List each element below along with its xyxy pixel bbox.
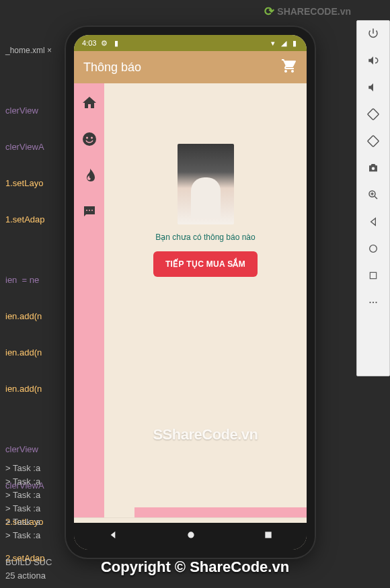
status-bar: 4:03 ⚙ ▮ ▾ ◢ ▮ [74, 35, 307, 51]
svg-point-31 [188, 532, 194, 538]
side-nav [74, 83, 104, 517]
watermark-inner: SShareCode.vn [153, 426, 258, 444]
android-back-button[interactable] [108, 530, 118, 543]
overview-square-icon[interactable] [363, 268, 383, 283]
continue-shopping-button[interactable]: TIẾP TỤC MUA SẮM [153, 251, 258, 277]
rotate-right-icon[interactable] [363, 134, 383, 149]
android-overview-button[interactable] [264, 530, 273, 542]
camera-icon[interactable] [363, 161, 383, 175]
battery-icon: ▮ [290, 39, 299, 47]
empty-state-text: Bạn chưa có thông báo nào [155, 233, 255, 242]
volume-up-icon[interactable] [363, 53, 383, 68]
svg-line-5 [375, 196, 377, 199]
svg-point-12 [375, 302, 377, 303]
cart-button[interactable] [281, 58, 297, 77]
app-bar: Thông báo [74, 51, 307, 83]
bottom-strip [134, 507, 307, 517]
sidebar-item-smile[interactable] [81, 130, 98, 148]
svg-point-11 [373, 302, 374, 303]
phone-screen: 4:03 ⚙ ▮ ▾ ◢ ▮ Thông báo [74, 35, 307, 550]
content-area: Bạn chưa có thông báo nào TIẾP TỤC MUA S… [74, 83, 307, 517]
sim-icon: ▮ [112, 39, 120, 47]
svg-point-10 [369, 302, 370, 303]
svg-point-17 [89, 210, 90, 211]
android-nav [74, 523, 307, 550]
status-time: 4:03 [82, 39, 96, 47]
sidebar-item-home[interactable] [81, 94, 98, 112]
phone-frame: 4:03 ⚙ ▮ ▾ ◢ ▮ Thông báo [66, 27, 315, 558]
volume-down-icon[interactable] [363, 80, 383, 95]
more-icon[interactable] [363, 295, 383, 310]
svg-point-16 [86, 210, 87, 211]
android-home-button[interactable] [186, 530, 196, 543]
zoom-icon[interactable] [363, 187, 383, 202]
sidebar-item-chat[interactable] [81, 203, 98, 220]
home-circle-icon[interactable] [363, 241, 383, 256]
svg-point-13 [83, 132, 96, 146]
svg-rect-9 [370, 272, 376, 278]
svg-rect-1 [368, 109, 379, 120]
svg-point-15 [91, 137, 93, 139]
rotate-left-icon[interactable] [363, 107, 383, 122]
home-icon [81, 95, 98, 111]
chat-icon [81, 204, 98, 220]
svg-point-3 [372, 167, 375, 171]
sidebar-item-fire[interactable] [81, 167, 98, 184]
svg-rect-32 [265, 532, 271, 538]
watermark-top: ⟳SHARECODE.vn [264, 4, 351, 19]
svg-point-8 [370, 245, 377, 253]
svg-point-18 [91, 210, 93, 211]
emulator-toolbar [356, 20, 390, 376]
svg-rect-2 [368, 136, 379, 147]
copyright-watermark: Copyright © ShareCode.vn [0, 558, 390, 576]
smile-icon [81, 131, 98, 147]
signal-icon: ◢ [280, 39, 288, 47]
wifi-icon: ▾ [269, 39, 277, 47]
fire-icon [81, 167, 98, 183]
main-pane: Bạn chưa có thông báo nào TIẾP TỤC MUA S… [104, 83, 307, 517]
back-icon[interactable] [363, 214, 383, 229]
page-title: Thông báo [83, 60, 141, 75]
power-icon[interactable] [363, 26, 383, 41]
gear-icon: ⚙ [100, 39, 108, 47]
svg-point-14 [86, 137, 88, 139]
cart-icon [281, 58, 297, 74]
placeholder-image [178, 144, 234, 224]
